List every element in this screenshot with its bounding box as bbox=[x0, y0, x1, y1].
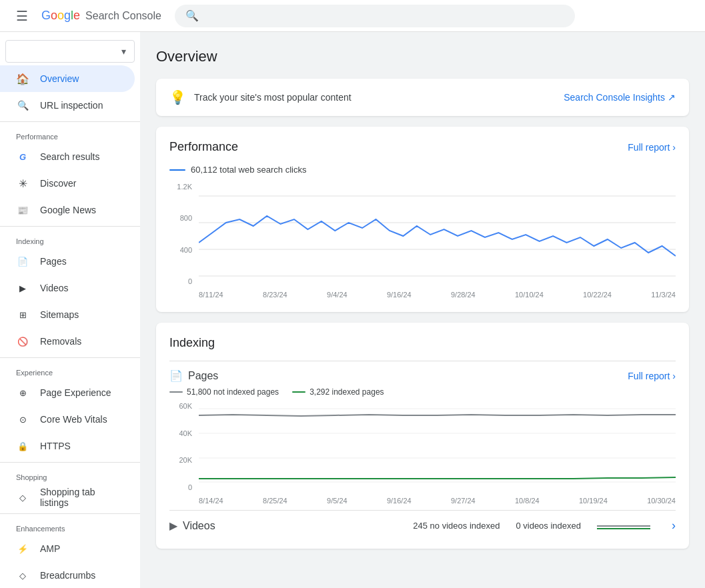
breadcrumbs-icon: ◇ bbox=[16, 571, 29, 581]
sidebar-item-pages[interactable]: 📄 Pages bbox=[0, 248, 135, 275]
sidebar-item-label: Videos bbox=[40, 283, 69, 293]
chevron-right-icon: › bbox=[672, 142, 676, 153]
page-title: Overview bbox=[156, 48, 689, 65]
sidebar-item-label: URL inspection bbox=[40, 100, 103, 111]
experience-section-label: Experience bbox=[0, 361, 140, 379]
performance-card-title: Performance bbox=[169, 140, 238, 154]
sidebar-item-search-results[interactable]: G Search results bbox=[0, 143, 135, 170]
sidebar-item-label: Breadcrumbs bbox=[40, 570, 95, 581]
search-icon: 🔍 bbox=[185, 9, 199, 22]
sidebar-item-https[interactable]: 🔒 HTTPS bbox=[0, 433, 135, 459]
divider bbox=[0, 357, 140, 358]
google-news-icon: 📰 bbox=[16, 205, 29, 215]
index-x-axis: 8/14/24 8/25/24 9/5/24 9/16/24 9/27/24 1… bbox=[199, 495, 676, 505]
videos-stat-2: 0 videos indexed bbox=[516, 521, 581, 531]
sidebar-item-label: Core Web Vitals bbox=[40, 414, 107, 425]
sidebar-item-label: Sitemaps bbox=[40, 309, 79, 320]
sidebar-item-google-news[interactable]: 📰 Google News bbox=[0, 197, 135, 223]
sidebar-item-label: Overview bbox=[40, 73, 79, 84]
search-bar[interactable]: 🔍 bbox=[175, 5, 575, 27]
shopping-icon: ◇ bbox=[16, 493, 29, 503]
videos-row-left: ▶ Videos bbox=[169, 519, 413, 532]
videos-row-icon: ▶ bbox=[169, 519, 177, 532]
indexing-chart-svg bbox=[199, 402, 676, 495]
sidebar-item-label: Removals bbox=[40, 336, 81, 347]
indexed-legend: 3,292 indexed pages bbox=[292, 387, 384, 397]
indexing-card-title: Indexing bbox=[169, 336, 215, 350]
videos-stats: 245 no videos indexed 0 videos indexed › bbox=[413, 519, 676, 533]
legend-line-blue bbox=[169, 169, 185, 171]
indexing-chart-wrapper: 60K 40K 20K 0 bbox=[169, 402, 676, 505]
sidebar-item-videos[interactable]: ▶ Videos bbox=[0, 275, 135, 301]
dropdown-icon: ▾ bbox=[121, 46, 126, 57]
divider bbox=[0, 226, 140, 227]
sidebar-item-label: Google News bbox=[40, 205, 96, 215]
banner: 💡 Track your site's most popular content… bbox=[156, 79, 689, 116]
shopping-section-label: Shopping bbox=[0, 465, 140, 484]
search-icon: 🔍 bbox=[16, 100, 29, 111]
main-layout: ▾ 🏠 Overview 🔍 URL inspection Performanc… bbox=[0, 32, 705, 588]
performance-card: Performance Full report › 60,112 total w… bbox=[156, 127, 689, 312]
performance-legend: 60,112 total web search clicks bbox=[169, 165, 676, 175]
core-web-vitals-icon: ⊙ bbox=[16, 415, 29, 425]
google-logo: Google bbox=[41, 9, 80, 23]
sidebar-item-shopping-tab[interactable]: ◇ Shopping tab listings bbox=[0, 484, 135, 511]
content-area: Overview 💡 Track your site's most popula… bbox=[140, 32, 705, 588]
indexing-card-header: Indexing bbox=[169, 336, 676, 350]
menu-icon[interactable]: ☰ bbox=[11, 3, 33, 29]
search-input[interactable] bbox=[204, 11, 564, 21]
product-name: Search Console bbox=[85, 10, 161, 22]
sidebar-item-overview[interactable]: 🏠 Overview bbox=[0, 65, 135, 92]
videos-stat-1: 245 no videos indexed bbox=[413, 521, 500, 531]
discover-icon: ✳ bbox=[16, 177, 29, 190]
perf-x-axis: 8/11/24 8/23/24 9/4/24 9/16/24 9/28/24 1… bbox=[199, 289, 676, 299]
videos-mini-chart bbox=[597, 519, 650, 533]
sidebar-item-sitemaps[interactable]: ⊞ Sitemaps bbox=[0, 301, 135, 328]
pages-sub-left: 📄 Pages bbox=[169, 369, 218, 382]
divider bbox=[0, 462, 140, 463]
videos-arrow-icon[interactable]: › bbox=[672, 519, 676, 533]
amp-icon: ⚡ bbox=[16, 544, 29, 554]
sidebar-item-label: Shopping tab listings bbox=[40, 487, 119, 508]
sidebar-item-label: Pages bbox=[40, 256, 67, 267]
logo-area: Google Search Console bbox=[41, 9, 161, 23]
page-experience-icon: ⊕ bbox=[16, 388, 29, 398]
sidebar: ▾ 🏠 Overview 🔍 URL inspection Performanc… bbox=[0, 32, 140, 588]
performance-card-header: Performance Full report › bbox=[169, 140, 676, 154]
enhancements-section-label: Enhancements bbox=[0, 517, 140, 535]
pages-icon: 📄 bbox=[169, 369, 183, 382]
sidebar-item-url-inspection[interactable]: 🔍 URL inspection bbox=[0, 92, 135, 119]
perf-y-axis: 1.2K 800 400 0 bbox=[169, 183, 196, 285]
sidebar-item-core-web-vitals[interactable]: ⊙ Core Web Vitals bbox=[0, 406, 135, 433]
search-console-insights-link[interactable]: Search Console Insights ↗ bbox=[564, 92, 676, 103]
sidebar-item-removals[interactable]: 🚫 Removals bbox=[0, 328, 135, 355]
banner-left: 💡 Track your site's most popular content bbox=[169, 89, 351, 105]
search-results-icon: G bbox=[16, 152, 29, 162]
sidebar-item-discover[interactable]: ✳ Discover bbox=[0, 170, 135, 197]
bulb-icon: 💡 bbox=[169, 89, 186, 105]
sidebar-item-label: Page Experience bbox=[40, 387, 111, 398]
pages-sub-header: 📄 Pages Full report › bbox=[169, 361, 676, 387]
sidebar-item-label: Discover bbox=[40, 178, 76, 189]
external-link-icon: ↗ bbox=[668, 92, 676, 103]
sidebar-item-label: HTTPS bbox=[40, 441, 71, 451]
pages-legends: 51,800 not indexed pages 3,292 indexed p… bbox=[169, 387, 676, 397]
index-y-axis: 60K 40K 20K 0 bbox=[169, 402, 196, 491]
divider bbox=[0, 513, 140, 514]
pages-icon: 📄 bbox=[16, 257, 29, 267]
home-icon: 🏠 bbox=[16, 73, 29, 85]
sitemaps-icon: ⊞ bbox=[16, 310, 29, 320]
topbar: ☰ Google Search Console 🔍 bbox=[0, 0, 705, 32]
removals-icon: 🚫 bbox=[16, 337, 29, 347]
performance-section-label: Performance bbox=[0, 125, 140, 143]
chevron-right-icon: › bbox=[672, 371, 676, 381]
sidebar-item-page-experience[interactable]: ⊕ Page Experience bbox=[0, 379, 135, 406]
sidebar-item-breadcrumbs[interactable]: ◇ Breadcrumbs bbox=[0, 562, 135, 588]
videos-row: ▶ Videos 245 no videos indexed 0 videos … bbox=[169, 510, 676, 535]
indexing-full-report-link[interactable]: Full report › bbox=[628, 371, 676, 381]
performance-chart-svg bbox=[199, 183, 676, 289]
property-selector[interactable]: ▾ bbox=[5, 40, 135, 63]
sidebar-item-amp[interactable]: ⚡ AMP bbox=[0, 535, 135, 562]
divider bbox=[0, 121, 140, 122]
performance-full-report-link[interactable]: Full report › bbox=[628, 142, 676, 153]
